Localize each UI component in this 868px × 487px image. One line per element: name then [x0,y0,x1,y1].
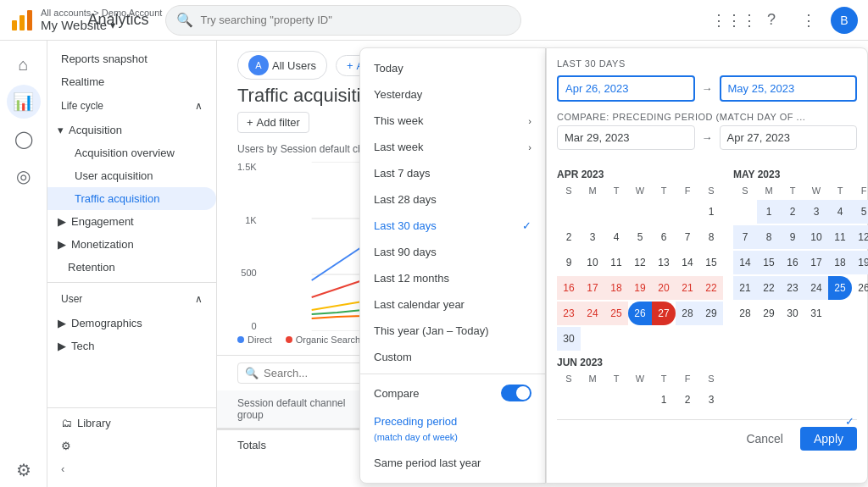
calendar-day[interactable]: 23 [557,302,581,325]
end-date-input[interactable]: May 25, 2023 [720,75,858,102]
compare-item-same-period[interactable]: Same period last year [360,450,545,476]
date-menu-item-90days[interactable]: Last 90 days [360,239,545,265]
nav-item-acquisition-overview[interactable]: Acquisition overview [47,141,216,164]
calendar-day[interactable]: 22 [757,276,781,300]
date-menu-item-30days[interactable]: Last 30 days ✓ [360,213,545,239]
calendar-day[interactable]: 17 [804,251,828,274]
calendar-day[interactable]: 18 [828,251,852,274]
collapse-sidebar-btn[interactable]: ‹ [47,457,216,480]
calendar-day[interactable]: 10 [581,251,604,274]
search-input[interactable] [200,14,510,26]
calendar-day[interactable]: 22 [699,276,723,300]
calendar-day[interactable]: 25 [828,276,852,300]
more-options-icon[interactable]: ⋮ [793,5,824,36]
calendar-day[interactable]: 16 [781,251,804,274]
advertising-icon[interactable]: ◎ [7,159,41,193]
calendar-day[interactable]: 11 [828,225,852,249]
calendar-day[interactable]: 19 [852,251,868,274]
calendar-day[interactable]: 14 [676,251,699,274]
calendar-day[interactable]: 8 [699,225,723,249]
calendar-day[interactable]: 2 [557,225,581,249]
engagement-group-header[interactable]: ▶ Engagement [47,210,216,233]
sidebar-item-realtime[interactable]: Realtime [47,70,216,93]
sidebar-item-settings[interactable]: ⚙ [47,434,216,457]
date-menu-item-12months[interactable]: Last 12 months [360,265,545,291]
reports-icon[interactable]: 📊 [7,85,41,119]
sidebar-item-reports-snapshot[interactable]: Reports snapshot [47,47,216,70]
calendar-day[interactable]: 19 [628,276,652,300]
calendar-day[interactable]: 28 [676,302,699,325]
calendar-day[interactable]: 9 [557,251,581,274]
user-section-header[interactable]: User ∧ [47,286,216,312]
calendar-day[interactable]: 15 [699,251,723,274]
calendar-day[interactable]: 24 [804,276,828,300]
date-menu-item-calendar-year[interactable]: Last calendar year [360,291,545,318]
nav-item-user-acquisition[interactable]: User acquisition [47,164,216,187]
calendar-day[interactable]: 28 [733,302,757,325]
compare-item-preceding[interactable]: Preceding period (match day of week) ✓ [360,408,545,450]
retention-item[interactable]: Retention [47,256,216,279]
calendar-day[interactable]: 5 [852,200,868,224]
compare-toggle-switch[interactable] [501,385,531,401]
date-menu-item-today[interactable]: Today [360,55,545,81]
explore-icon[interactable]: ◯ [7,122,41,156]
sidebar-item-library[interactable]: 🗂 Library [47,412,216,434]
calendar-day[interactable]: 1 [652,388,676,412]
calendar-day[interactable]: 1 [699,200,723,224]
date-menu-item-last-week[interactable]: Last week › [360,134,545,160]
cancel-button[interactable]: Cancel [736,427,793,451]
calendar-day[interactable]: 21 [733,276,757,300]
calendar-day[interactable]: 12 [628,251,652,274]
settings-icon[interactable]: ⚙ [7,453,41,487]
calendar-day[interactable]: 10 [804,225,828,249]
calendar-day[interactable]: 5 [628,225,652,249]
add-filter-button[interactable]: + Add filter [237,112,309,133]
compare-end-input[interactable]: Apr 27, 2023 [720,125,858,150]
calendar-day[interactable]: 31 [804,302,828,325]
home-icon[interactable]: ⌂ [7,47,41,81]
date-menu-item-28days[interactable]: Last 28 days [360,186,545,213]
apps-icon[interactable]: ⋮⋮⋮ [719,5,749,36]
apply-button[interactable]: Apply [800,427,857,451]
lifecycle-header[interactable]: Life cycle ∧ [47,93,216,119]
calendar-day[interactable]: 26 [852,276,868,300]
calendar-day[interactable]: 26 [628,302,652,325]
calendar-day[interactable]: 8 [757,225,781,249]
calendar-day[interactable]: 30 [557,327,581,351]
calendar-day[interactable]: 17 [581,276,604,300]
monetization-group-header[interactable]: ▶ Monetization [47,233,216,256]
date-menu-item-this-week[interactable]: This week › [360,108,545,134]
calendar-day[interactable]: 11 [604,251,628,274]
calendar-day[interactable]: 27 [652,302,676,325]
date-menu-item-custom[interactable]: Custom [360,344,545,370]
search-bar[interactable]: 🔍 [165,5,521,36]
calendar-day[interactable]: 15 [757,251,781,274]
calendar-day[interactable]: 2 [676,388,699,412]
date-menu-item-7days[interactable]: Last 7 days [360,160,545,186]
tech-group-header[interactable]: ▶Tech [47,335,216,357]
compare-start-input[interactable]: Mar 29, 2023 [557,125,695,150]
calendar-day[interactable]: 16 [557,276,581,300]
calendar-day[interactable]: 3 [581,225,604,249]
calendar-day[interactable]: 4 [604,225,628,249]
calendar-day[interactable]: 9 [781,225,804,249]
calendar-day[interactable]: 20 [652,276,676,300]
calendar-day[interactable]: 12 [852,225,868,249]
calendar-day[interactable]: 2 [781,200,804,224]
date-menu-item-yesterday[interactable]: Yesterday [360,81,545,108]
help-icon[interactable]: ? [756,5,787,36]
demographics-group-header[interactable]: ▶Demographics [47,312,216,335]
calendar-day[interactable]: 6 [652,225,676,249]
calendar-day[interactable]: 21 [676,276,699,300]
calendar-day[interactable]: 3 [804,200,828,224]
calendar-day[interactable]: 4 [828,200,852,224]
nav-item-traffic-acquisition[interactable]: Traffic acquisition [47,187,216,210]
calendar-day[interactable]: 7 [733,225,757,249]
calendar-day[interactable]: 14 [733,251,757,274]
user-chip[interactable]: A All Users [237,51,327,80]
calendar-day[interactable]: 13 [652,251,676,274]
start-date-input[interactable]: Apr 26, 2023 [557,75,695,102]
calendar-day[interactable]: 29 [699,302,723,325]
calendar-day[interactable]: 3 [699,388,723,412]
calendar-day[interactable]: 7 [676,225,699,249]
